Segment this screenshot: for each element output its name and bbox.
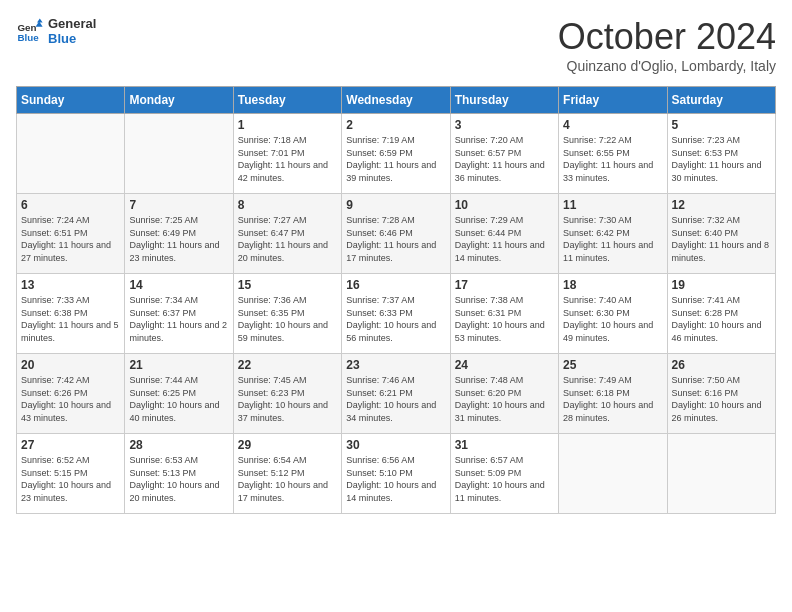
- day-detail: Sunrise: 7:25 AMSunset: 6:49 PMDaylight:…: [129, 214, 228, 264]
- calendar-cell: 31 Sunrise: 6:57 AMSunset: 5:09 PMDaylig…: [450, 434, 558, 514]
- calendar-cell: 20 Sunrise: 7:42 AMSunset: 6:26 PMDaylig…: [17, 354, 125, 434]
- logo-line2: Blue: [48, 31, 96, 46]
- calendar-week-3: 13 Sunrise: 7:33 AMSunset: 6:38 PMDaylig…: [17, 274, 776, 354]
- day-detail: Sunrise: 7:22 AMSunset: 6:55 PMDaylight:…: [563, 134, 662, 184]
- calendar-cell: [559, 434, 667, 514]
- day-number: 17: [455, 278, 554, 292]
- month-title: October 2024: [558, 16, 776, 58]
- calendar-cell: 29 Sunrise: 6:54 AMSunset: 5:12 PMDaylig…: [233, 434, 341, 514]
- day-number: 25: [563, 358, 662, 372]
- day-number: 15: [238, 278, 337, 292]
- day-number: 12: [672, 198, 771, 212]
- location: Quinzano d'Oglio, Lombardy, Italy: [558, 58, 776, 74]
- day-number: 27: [21, 438, 120, 452]
- day-number: 21: [129, 358, 228, 372]
- calendar-cell: [125, 114, 233, 194]
- calendar-cell: 25 Sunrise: 7:49 AMSunset: 6:18 PMDaylig…: [559, 354, 667, 434]
- day-number: 19: [672, 278, 771, 292]
- day-header-sunday: Sunday: [17, 87, 125, 114]
- calendar-cell: 5 Sunrise: 7:23 AMSunset: 6:53 PMDayligh…: [667, 114, 775, 194]
- day-detail: Sunrise: 7:36 AMSunset: 6:35 PMDaylight:…: [238, 294, 337, 344]
- calendar-cell: 30 Sunrise: 6:56 AMSunset: 5:10 PMDaylig…: [342, 434, 450, 514]
- calendar-cell: 8 Sunrise: 7:27 AMSunset: 6:47 PMDayligh…: [233, 194, 341, 274]
- day-detail: Sunrise: 7:19 AMSunset: 6:59 PMDaylight:…: [346, 134, 445, 184]
- calendar-cell: 22 Sunrise: 7:45 AMSunset: 6:23 PMDaylig…: [233, 354, 341, 434]
- day-header-wednesday: Wednesday: [342, 87, 450, 114]
- day-number: 5: [672, 118, 771, 132]
- logo-line1: General: [48, 16, 96, 31]
- day-detail: Sunrise: 7:20 AMSunset: 6:57 PMDaylight:…: [455, 134, 554, 184]
- day-number: 2: [346, 118, 445, 132]
- day-detail: Sunrise: 7:30 AMSunset: 6:42 PMDaylight:…: [563, 214, 662, 264]
- day-detail: Sunrise: 6:54 AMSunset: 5:12 PMDaylight:…: [238, 454, 337, 504]
- title-area: October 2024 Quinzano d'Oglio, Lombardy,…: [558, 16, 776, 74]
- day-header-friday: Friday: [559, 87, 667, 114]
- logo-icon: Gen Blue: [16, 17, 44, 45]
- day-number: 26: [672, 358, 771, 372]
- day-number: 14: [129, 278, 228, 292]
- day-number: 7: [129, 198, 228, 212]
- calendar-cell: 7 Sunrise: 7:25 AMSunset: 6:49 PMDayligh…: [125, 194, 233, 274]
- day-number: 4: [563, 118, 662, 132]
- day-detail: Sunrise: 7:38 AMSunset: 6:31 PMDaylight:…: [455, 294, 554, 344]
- calendar-cell: 23 Sunrise: 7:46 AMSunset: 6:21 PMDaylig…: [342, 354, 450, 434]
- day-number: 28: [129, 438, 228, 452]
- calendar-cell: [667, 434, 775, 514]
- page-header: Gen Blue General Blue October 2024 Quinz…: [16, 16, 776, 74]
- day-detail: Sunrise: 7:45 AMSunset: 6:23 PMDaylight:…: [238, 374, 337, 424]
- calendar-cell: 13 Sunrise: 7:33 AMSunset: 6:38 PMDaylig…: [17, 274, 125, 354]
- day-number: 3: [455, 118, 554, 132]
- calendar-cell: 15 Sunrise: 7:36 AMSunset: 6:35 PMDaylig…: [233, 274, 341, 354]
- day-number: 18: [563, 278, 662, 292]
- day-number: 11: [563, 198, 662, 212]
- day-number: 29: [238, 438, 337, 452]
- calendar-cell: [17, 114, 125, 194]
- day-header-thursday: Thursday: [450, 87, 558, 114]
- calendar-cell: 28 Sunrise: 6:53 AMSunset: 5:13 PMDaylig…: [125, 434, 233, 514]
- day-detail: Sunrise: 7:32 AMSunset: 6:40 PMDaylight:…: [672, 214, 771, 264]
- day-number: 10: [455, 198, 554, 212]
- day-detail: Sunrise: 7:49 AMSunset: 6:18 PMDaylight:…: [563, 374, 662, 424]
- calendar-week-1: 1 Sunrise: 7:18 AMSunset: 7:01 PMDayligh…: [17, 114, 776, 194]
- calendar-week-5: 27 Sunrise: 6:52 AMSunset: 5:15 PMDaylig…: [17, 434, 776, 514]
- day-number: 6: [21, 198, 120, 212]
- calendar-cell: 17 Sunrise: 7:38 AMSunset: 6:31 PMDaylig…: [450, 274, 558, 354]
- day-number: 20: [21, 358, 120, 372]
- calendar-cell: 6 Sunrise: 7:24 AMSunset: 6:51 PMDayligh…: [17, 194, 125, 274]
- calendar-cell: 26 Sunrise: 7:50 AMSunset: 6:16 PMDaylig…: [667, 354, 775, 434]
- day-number: 24: [455, 358, 554, 372]
- calendar-cell: 19 Sunrise: 7:41 AMSunset: 6:28 PMDaylig…: [667, 274, 775, 354]
- svg-text:Blue: Blue: [17, 32, 39, 43]
- calendar-cell: 12 Sunrise: 7:32 AMSunset: 6:40 PMDaylig…: [667, 194, 775, 274]
- day-detail: Sunrise: 7:24 AMSunset: 6:51 PMDaylight:…: [21, 214, 120, 264]
- day-detail: Sunrise: 6:56 AMSunset: 5:10 PMDaylight:…: [346, 454, 445, 504]
- day-detail: Sunrise: 7:29 AMSunset: 6:44 PMDaylight:…: [455, 214, 554, 264]
- calendar-cell: 1 Sunrise: 7:18 AMSunset: 7:01 PMDayligh…: [233, 114, 341, 194]
- day-detail: Sunrise: 6:53 AMSunset: 5:13 PMDaylight:…: [129, 454, 228, 504]
- day-number: 31: [455, 438, 554, 452]
- day-detail: Sunrise: 7:23 AMSunset: 6:53 PMDaylight:…: [672, 134, 771, 184]
- calendar-table: SundayMondayTuesdayWednesdayThursdayFrid…: [16, 86, 776, 514]
- day-detail: Sunrise: 7:40 AMSunset: 6:30 PMDaylight:…: [563, 294, 662, 344]
- calendar-cell: 11 Sunrise: 7:30 AMSunset: 6:42 PMDaylig…: [559, 194, 667, 274]
- day-number: 13: [21, 278, 120, 292]
- calendar-week-2: 6 Sunrise: 7:24 AMSunset: 6:51 PMDayligh…: [17, 194, 776, 274]
- day-number: 30: [346, 438, 445, 452]
- day-number: 9: [346, 198, 445, 212]
- day-detail: Sunrise: 6:52 AMSunset: 5:15 PMDaylight:…: [21, 454, 120, 504]
- calendar-cell: 10 Sunrise: 7:29 AMSunset: 6:44 PMDaylig…: [450, 194, 558, 274]
- day-detail: Sunrise: 7:37 AMSunset: 6:33 PMDaylight:…: [346, 294, 445, 344]
- calendar-week-4: 20 Sunrise: 7:42 AMSunset: 6:26 PMDaylig…: [17, 354, 776, 434]
- day-detail: Sunrise: 7:48 AMSunset: 6:20 PMDaylight:…: [455, 374, 554, 424]
- day-header-monday: Monday: [125, 87, 233, 114]
- day-detail: Sunrise: 7:33 AMSunset: 6:38 PMDaylight:…: [21, 294, 120, 344]
- day-number: 16: [346, 278, 445, 292]
- calendar-cell: 21 Sunrise: 7:44 AMSunset: 6:25 PMDaylig…: [125, 354, 233, 434]
- calendar-cell: 3 Sunrise: 7:20 AMSunset: 6:57 PMDayligh…: [450, 114, 558, 194]
- day-detail: Sunrise: 7:28 AMSunset: 6:46 PMDaylight:…: [346, 214, 445, 264]
- calendar-cell: 14 Sunrise: 7:34 AMSunset: 6:37 PMDaylig…: [125, 274, 233, 354]
- svg-marker-2: [37, 18, 43, 22]
- day-header-saturday: Saturday: [667, 87, 775, 114]
- calendar-cell: 4 Sunrise: 7:22 AMSunset: 6:55 PMDayligh…: [559, 114, 667, 194]
- day-detail: Sunrise: 7:50 AMSunset: 6:16 PMDaylight:…: [672, 374, 771, 424]
